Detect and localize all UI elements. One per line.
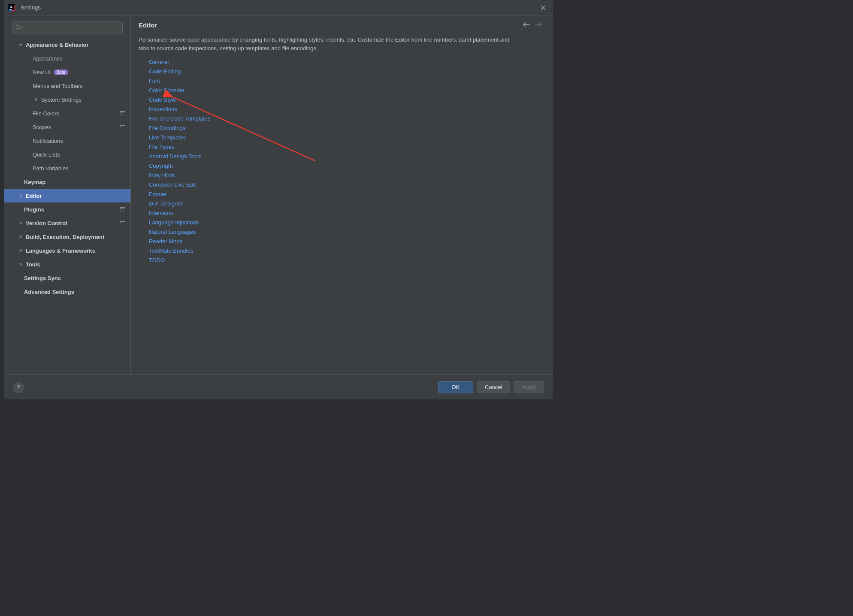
- editor-link-natural-languages[interactable]: Natural Languages: [149, 229, 196, 235]
- sidebar-item-label: File Colors: [33, 110, 59, 117]
- sidebar-item-settings-sync[interactable]: Settings Sync: [4, 271, 130, 285]
- main-panel: Editor Personalize source code appearanc…: [131, 15, 553, 374]
- sidebar-item-label: Appearance & Behavior: [26, 42, 89, 48]
- svg-rect-7: [11, 7, 12, 8]
- sidebar-item-notifications[interactable]: Notifications: [4, 134, 130, 148]
- project-level-icon: [120, 206, 125, 213]
- settings-tree: Appearance & BehaviorAppearanceNew UIBet…: [4, 38, 130, 374]
- svg-rect-13: [120, 125, 125, 126]
- editor-link-copyright[interactable]: Copyright: [149, 163, 173, 169]
- svg-rect-4: [9, 9, 12, 10]
- page-title: Editor: [139, 21, 157, 29]
- sidebar-item-label: Scopes: [33, 124, 51, 130]
- sidebar-item-path-variables[interactable]: Path Variables: [4, 161, 130, 175]
- settings-dialog: Settings Appearance & BehaviorAppearance…: [4, 0, 553, 399]
- editor-link-general[interactable]: General: [149, 59, 169, 65]
- svg-rect-15: [120, 207, 125, 208]
- sidebar-item-version-control[interactable]: Version Control: [4, 216, 130, 230]
- titlebar: Settings: [4, 0, 553, 15]
- dialog-footer: ? OK Cancel Apply: [4, 374, 553, 399]
- sidebar-item-label: Advanced Settings: [24, 289, 74, 295]
- search-input[interactable]: [12, 21, 123, 33]
- project-level-icon: [120, 220, 125, 226]
- sidebar-item-menus-and-toolbars[interactable]: Menus and Toolbars: [4, 79, 130, 93]
- sidebar-item-label: Quick Lists: [33, 151, 60, 158]
- chevron-right-icon: [17, 235, 24, 239]
- sidebar-item-label: Appearance: [33, 55, 63, 62]
- sidebar-item-appearance[interactable]: Appearance: [4, 51, 130, 65]
- editor-link-code-style[interactable]: Code Style: [149, 97, 176, 103]
- editor-link-inspections[interactable]: Inspections: [149, 106, 177, 112]
- editor-link-todo[interactable]: TODO: [149, 257, 165, 263]
- chevron-down-icon: [17, 42, 24, 47]
- sidebar-item-label: Version Control: [26, 220, 67, 226]
- sidebar-item-label: Tools: [26, 261, 40, 268]
- sidebar-item-label: Languages & Frameworks: [26, 248, 95, 254]
- sidebar-item-label: Plugins: [24, 206, 44, 213]
- sidebar-item-editor[interactable]: Editor: [4, 189, 130, 202]
- editor-link-android-design-tools[interactable]: Android Design Tools: [149, 153, 202, 160]
- editor-link-file-and-code-templates[interactable]: File and Code Templates: [149, 115, 211, 122]
- editor-left-strip: [0, 0, 4, 399]
- forward-button[interactable]: [535, 21, 542, 29]
- beta-badge: Beta: [54, 69, 69, 75]
- editor-link-file-types[interactable]: File Types: [149, 144, 174, 150]
- sidebar-item-label: System Settings: [41, 97, 82, 103]
- dropdown-chevron-icon: [20, 26, 24, 29]
- apply-button[interactable]: Apply: [514, 381, 544, 393]
- sidebar-item-label: Notifications: [33, 138, 63, 144]
- editor-link-compose-live-edit[interactable]: Compose Live Edit: [149, 181, 196, 188]
- sidebar-item-build-execution-deployment[interactable]: Build, Execution, Deployment: [4, 230, 130, 244]
- sidebar-item-label: Keymap: [24, 179, 46, 185]
- editor-link-language-injections[interactable]: Language Injections: [149, 219, 199, 226]
- svg-rect-17: [120, 221, 125, 222]
- sidebar-item-new-ui[interactable]: New UIBeta: [4, 65, 130, 79]
- sidebar-item-languages-frameworks[interactable]: Languages & Frameworks: [4, 244, 130, 257]
- sidebar-item-keymap[interactable]: Keymap: [4, 175, 130, 189]
- svg-rect-6: [12, 6, 12, 7]
- sidebar-item-appearance-behavior[interactable]: Appearance & Behavior: [4, 38, 130, 51]
- editor-link-gui-designer[interactable]: GUI Designer: [149, 200, 183, 207]
- sidebar-item-label: Editor: [26, 193, 42, 199]
- chevron-right-icon: [17, 262, 24, 266]
- editor-link-font[interactable]: Font: [149, 78, 160, 84]
- svg-rect-11: [120, 111, 125, 112]
- window-title: Settings: [21, 4, 41, 11]
- chevron-right-icon: [17, 221, 24, 225]
- svg-point-8: [16, 25, 19, 29]
- sidebar-item-scopes[interactable]: Scopes: [4, 120, 130, 134]
- sidebar-item-label: Menus and Toolbars: [33, 83, 83, 89]
- editor-link-textmate-bundles[interactable]: TextMate Bundles: [149, 248, 193, 254]
- editor-link-emmet[interactable]: Emmet: [149, 191, 166, 197]
- editor-link-intentions[interactable]: Intentions: [149, 210, 173, 216]
- editor-link-code-editing[interactable]: Code Editing: [149, 68, 181, 75]
- sidebar-item-plugins[interactable]: Plugins: [4, 202, 130, 216]
- page-description: Personalize source code appearance by ch…: [139, 36, 516, 53]
- editor-link-file-encodings[interactable]: File Encodings: [149, 125, 185, 131]
- svg-rect-5: [10, 6, 11, 8]
- chevron-right-icon: [17, 193, 24, 198]
- sidebar-item-label: Build, Execution, Deployment: [26, 234, 104, 240]
- sidebar-item-system-settings[interactable]: System Settings: [4, 93, 130, 106]
- back-button[interactable]: [523, 21, 530, 29]
- cancel-button[interactable]: Cancel: [477, 381, 510, 393]
- app-icon: [8, 4, 15, 12]
- editor-subpage-links: GeneralCode EditingFontColor SchemeCode …: [149, 59, 542, 263]
- ok-button[interactable]: OK: [438, 381, 473, 393]
- sidebar-item-label: Path Variables: [33, 165, 69, 172]
- settings-sidebar: Appearance & BehaviorAppearanceNew UIBet…: [4, 15, 131, 374]
- editor-link-color-scheme[interactable]: Color Scheme: [149, 87, 184, 94]
- chevron-right-icon: [33, 97, 39, 102]
- project-level-icon: [120, 124, 125, 130]
- sidebar-item-file-colors[interactable]: File Colors: [4, 106, 130, 120]
- editor-link-inlay-hints[interactable]: Inlay Hints: [149, 172, 175, 178]
- editor-link-live-templates[interactable]: Live Templates: [149, 134, 186, 141]
- editor-link-reader-mode[interactable]: Reader Mode: [149, 238, 183, 245]
- close-button[interactable]: [537, 2, 549, 14]
- sidebar-item-quick-lists[interactable]: Quick Lists: [4, 148, 130, 161]
- sidebar-item-tools[interactable]: Tools: [4, 257, 130, 271]
- sidebar-item-label: Settings Sync: [24, 275, 61, 281]
- project-level-icon: [120, 110, 125, 117]
- sidebar-item-advanced-settings[interactable]: Advanced Settings: [4, 285, 130, 299]
- help-button[interactable]: ?: [13, 382, 24, 393]
